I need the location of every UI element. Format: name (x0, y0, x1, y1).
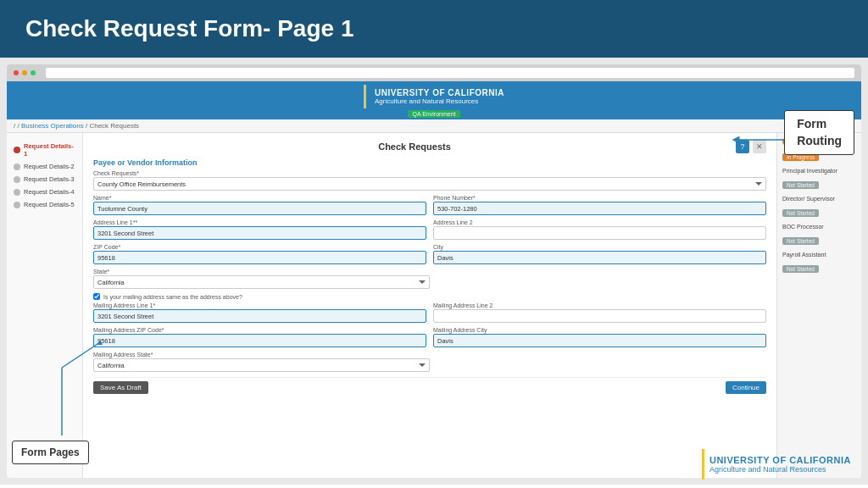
form-title-bar: Check Requests ? ✕ (93, 140, 766, 153)
address2-group: Address Line 2 (433, 219, 766, 240)
browser-chrome (7, 64, 861, 81)
form-routing-callout: FormRouting (784, 110, 854, 155)
state-label: State* (93, 269, 766, 274)
nav-item-1[interactable]: Request Details-1 (12, 140, 77, 160)
zip-label: ZIP Code* (93, 244, 426, 250)
form-pages-text: Form Pages (21, 446, 80, 458)
state-group: State* California (93, 269, 766, 289)
address1-label: Address Line 1** (93, 219, 426, 225)
address2-input[interactable] (433, 226, 766, 240)
uc-footer-text: UNIVERSITY OF CALIFORNIA Agriculture and… (709, 455, 851, 474)
principal-investigator-label: Principal Investigator (782, 168, 856, 174)
breadcrumb: / / Business Operations / Check Requests (7, 119, 861, 133)
help-icon-btn[interactable]: ? (736, 140, 749, 153)
uc-footer-line2: Agriculture and Natural Resources (709, 465, 851, 474)
boc-processor-badge: Not Started (782, 237, 819, 245)
form-actions: Save As Draft Continue (93, 377, 766, 394)
form-main: Check Requests ? ✕ Payee or Vendor Infor… (83, 133, 776, 478)
nav-item-4[interactable]: Request Details-4 (12, 186, 77, 198)
mailing-address2-label: Mailing Address Line 2 (433, 302, 766, 308)
nav-label-5: Request Details-5 (24, 201, 75, 208)
mailing-state-row: Mailing Address State* California (93, 352, 766, 372)
mailing-city-label: Mailing Address City (433, 327, 766, 333)
browser-btn-green[interactable] (31, 70, 36, 75)
close-icon-btn[interactable]: ✕ (753, 140, 766, 153)
director-supervisor-item: Director/ Supervisor Not Started (782, 196, 856, 219)
city-input[interactable] (433, 251, 766, 264)
check-requests-label: Check Requests* (93, 170, 766, 176)
state-select[interactable]: California (93, 275, 430, 289)
form-left-nav: Request Details-1 Request Details-2 Requ… (7, 133, 83, 478)
mailing-address2-input[interactable] (433, 309, 766, 323)
principal-investigator-badge: Not Started (782, 181, 819, 189)
mailing-address2-group: Mailing Address Line 2 (433, 302, 766, 323)
name-label: Name* (93, 195, 426, 201)
mailing-address-row: Mailing Address Line 1* Mailing Address … (93, 302, 766, 323)
phone-input[interactable] (433, 202, 766, 215)
nav-item-2[interactable]: Request Details-2 (12, 160, 77, 173)
browser-area: UNIVERSITY OF CALIFORNIA Agriculture and… (0, 58, 868, 485)
phone-group: Phone Number* (433, 195, 766, 215)
director-supervisor-badge: Not Started (782, 209, 819, 217)
mailing-state-group: Mailing Address State* California (93, 352, 766, 372)
nav-dot-1 (14, 147, 20, 153)
browser-btn-yellow[interactable] (22, 70, 27, 75)
mailing-state-select[interactable]: California (93, 358, 430, 372)
form-title: Check Requests (93, 141, 736, 152)
principal-investigator-item: Principal Investigator Not Started (782, 168, 856, 191)
mailing-address1-input[interactable] (93, 309, 426, 323)
uc-header-text: UNIVERSITY OF CALIFORNIA Agriculture and… (375, 88, 504, 105)
director-supervisor-label: Director/ Supervisor (782, 196, 856, 202)
form-title-icons: ? ✕ (736, 140, 766, 153)
slide-body: UNIVERSITY OF CALIFORNIA Agriculture and… (0, 58, 868, 485)
address1-input[interactable] (93, 226, 426, 240)
mailing-city-input[interactable] (433, 334, 766, 347)
mailing-zip-city-row: Mailing Address ZIP Code* Mailing Addres… (93, 327, 766, 347)
mailing-city-group: Mailing Address City (433, 327, 766, 347)
uc-header-top: UNIVERSITY OF CALIFORNIA Agriculture and… (364, 85, 504, 108)
form-routing-text: FormRouting (797, 117, 842, 147)
nav-label-1: Request Details-1 (24, 142, 75, 158)
nav-label-3: Request Details-3 (24, 175, 75, 183)
mailing-checkbox[interactable] (93, 293, 100, 300)
uc-footer-gold-bar (702, 449, 704, 480)
payroll-assistant-label: Payroll Assistant (782, 252, 856, 258)
nav-dot-5 (14, 202, 20, 208)
mailing-zip-group: Mailing Address ZIP Code* (93, 327, 426, 347)
name-group: Name* (93, 195, 426, 215)
browser-btn-red[interactable] (14, 70, 19, 75)
nav-dot-2 (14, 164, 20, 170)
check-requests-row: Check Requests* County Office Reimbursem… (93, 170, 766, 191)
check-requests-select[interactable]: County Office Reimbursements (93, 177, 766, 191)
mailing-zip-input[interactable] (93, 334, 426, 347)
section-title: Payee or Vendor Information (93, 158, 766, 167)
slide-header: Check Request Form- Page 1 (0, 0, 868, 58)
browser-inner: UNIVERSITY OF CALIFORNIA Agriculture and… (7, 81, 861, 478)
name-input[interactable] (93, 202, 426, 215)
zip-group: ZIP Code* (93, 244, 426, 264)
city-group: City (433, 244, 766, 264)
nav-label-4: Request Details-4 (24, 188, 75, 196)
breadcrumb-current: Check Requests (89, 122, 139, 130)
nav-item-3[interactable]: Request Details-3 (12, 173, 77, 186)
uc-title-main: UNIVERSITY OF CALIFORNIA (375, 88, 504, 97)
form-wrapper: Request Details-1 Request Details-2 Requ… (7, 133, 861, 478)
form-pages-callout: Form Pages (12, 441, 89, 464)
nav-item-5[interactable]: Request Details-5 (12, 198, 77, 211)
continue-button[interactable]: Continue (726, 381, 766, 394)
phone-label: Phone Number* (433, 195, 766, 201)
address1-group: Address Line 1** (93, 219, 426, 240)
browser-address-bar[interactable] (46, 68, 854, 78)
zip-input[interactable] (93, 251, 426, 264)
breadcrumb-business[interactable]: Business Operations (21, 122, 84, 130)
breadcrumb-home[interactable]: / (14, 122, 15, 130)
save-draft-button[interactable]: Save As Draft (93, 381, 148, 394)
payroll-assistant-item: Payroll Assistant Not Started (782, 252, 856, 274)
uc-gold-bar (364, 85, 366, 108)
nav-label-2: Request Details-2 (24, 163, 75, 170)
slide-title: Check Request Form- Page 1 (25, 15, 353, 42)
mailing-state-label: Mailing Address State* (93, 352, 766, 358)
zip-city-row: ZIP Code* City (93, 244, 766, 264)
mailing-checkbox-label: Is your mailing address same as the addr… (103, 294, 242, 300)
mailing-address1-group: Mailing Address Line 1* (93, 302, 426, 323)
